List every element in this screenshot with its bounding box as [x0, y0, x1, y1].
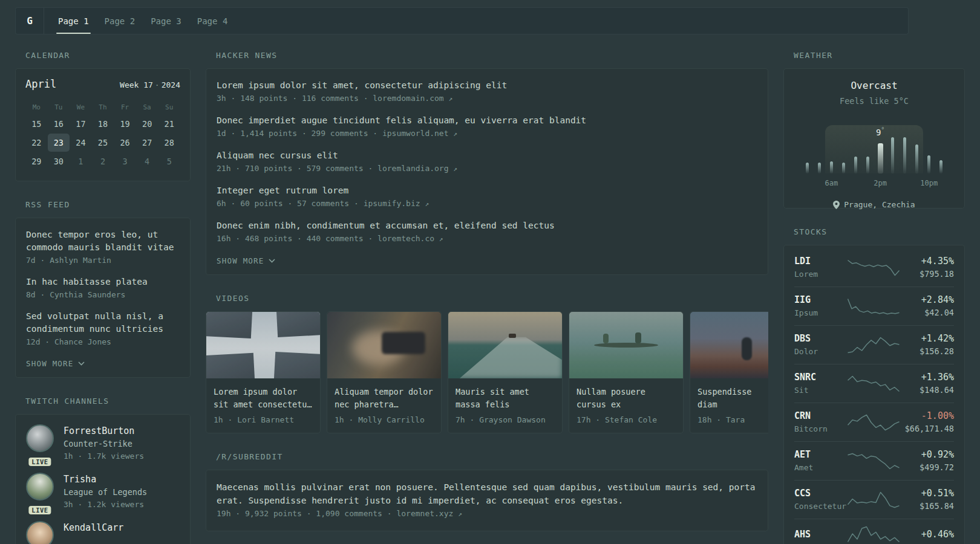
- weather-bar-slot: [838, 163, 850, 173]
- calendar-day: 15: [25, 115, 48, 133]
- calendar-day: 26: [114, 134, 136, 152]
- external-link-icon: ↗: [449, 95, 453, 103]
- calendar-day-next-month: 1: [70, 152, 92, 170]
- calendar-day: 17: [70, 115, 92, 133]
- video-card[interactable]: Suspendissediam 18h · Tara: [690, 311, 768, 433]
- twitch-channel[interactable]: KendallCarr: [26, 521, 180, 544]
- stock-price: $66,171.48: [901, 423, 954, 435]
- stock-row[interactable]: LDILorem +4.35%$795.18: [794, 248, 954, 287]
- weather-tick-label: 2pm: [874, 179, 887, 187]
- weather-bar-slot: [801, 163, 813, 173]
- rss-item-title[interactable]: In hac habitasse platea: [26, 276, 180, 288]
- tab-page-1[interactable]: Page 1: [50, 8, 97, 34]
- stock-change: +0.92%: [901, 448, 954, 461]
- video-thumbnail: [327, 312, 441, 378]
- stock-row[interactable]: CRNBitcorn -1.00%$66,171.48: [794, 403, 954, 441]
- hn-item: Integer eget rutrum lorem 6h · 60 points…: [217, 184, 757, 210]
- hn-item-domain[interactable]: loremdomain.com: [373, 94, 443, 103]
- hn-item-title[interactable]: Integer eget rutrum lorem: [217, 184, 757, 197]
- video-title[interactable]: Suspendissediam: [697, 386, 768, 411]
- stocks-widget: STOCKS LDILorem +4.35%$795.18 IIGIpsum +…: [783, 227, 965, 544]
- weekday-label: We: [70, 101, 92, 114]
- rss-item-title[interactable]: Donec tempor eros leo, ut commodo mauris…: [26, 228, 180, 254]
- stock-sparkline: [846, 375, 901, 393]
- hn-item-domain[interactable]: ipsumify.biz: [364, 199, 420, 208]
- rss-item-title[interactable]: Sed volutpat nulla nisl, a condimentum n…: [26, 310, 180, 335]
- channel-name[interactable]: Trisha: [64, 473, 147, 486]
- middle-column: HACKER NEWS Lorem ipsum dolor sit amet, …: [206, 51, 768, 544]
- video-card[interactable]: Nullam posuerecursus ex 17h · Stefan Col…: [569, 311, 684, 433]
- channel-name[interactable]: KendallCarr: [64, 521, 123, 534]
- weekday-label: Su: [158, 101, 180, 114]
- calendar-day-next-month: 3: [114, 152, 136, 170]
- weather-tick-label: 6am: [825, 179, 838, 187]
- tab-page-3[interactable]: Page 3: [143, 8, 189, 34]
- hn-show-more-button[interactable]: SHOW MORE: [217, 256, 275, 265]
- stock-ticker: LDI: [794, 254, 846, 268]
- twitch-widget: TWITCH CHANNELS LIVE ForrestBurton Count…: [15, 397, 191, 544]
- weather-bar-slot: [862, 157, 874, 173]
- hn-item-title[interactable]: Donec imperdiet augue tincidunt felis al…: [217, 114, 757, 127]
- stock-row[interactable]: AETAmet +0.92%$499.72: [794, 441, 954, 480]
- channel-avatar: [26, 473, 54, 500]
- video-title[interactable]: Aliquam tempor dolornec pharetra…: [335, 386, 434, 411]
- tab-page-4[interactable]: Page 4: [189, 8, 236, 34]
- stock-row[interactable]: IIGIpsum +2.84%$42.04: [794, 287, 954, 325]
- calendar-day: 28: [158, 134, 180, 152]
- video-card[interactable]: Mauris sit ametmassa felis 7h · Grayson …: [448, 311, 563, 433]
- subreddit-post: Maecenas mollis pulvinar erat non posuer…: [217, 481, 757, 520]
- video-meta: 17h · Stefan Cole: [577, 415, 676, 426]
- channel-name[interactable]: ForrestBurton: [64, 424, 144, 438]
- weekday-label: Mo: [25, 101, 48, 114]
- channel-viewers: 1h · 1.7k viewers: [64, 450, 144, 462]
- stock-name: Bitcorn: [794, 423, 846, 435]
- tab-page-2[interactable]: Page 2: [97, 8, 143, 34]
- video-meta: 1h · Lori Barnett: [214, 415, 313, 426]
- stock-row[interactable]: AHS +0.46%: [794, 519, 954, 544]
- stock-change: +4.35%: [901, 254, 954, 268]
- hackernews-title: HACKER NEWS: [216, 51, 768, 60]
- calendar-day: 19: [114, 115, 136, 133]
- channel-viewers: 3h · 1.2k viewers: [64, 499, 147, 511]
- hn-item-domain[interactable]: loremlandia.org: [377, 164, 448, 173]
- hn-item-title[interactable]: Lorem ipsum dolor sit amet, consectetur …: [217, 79, 757, 92]
- stock-change: +2.84%: [901, 293, 954, 306]
- video-title[interactable]: Nullam posuerecursus ex: [577, 386, 676, 411]
- hn-item-domain[interactable]: ipsumworld.net: [382, 129, 449, 138]
- stock-row[interactable]: SNRCSit +1.36%$148.64: [794, 364, 954, 403]
- hn-item-meta: 21h · 710 points · 579 comments · loreml…: [217, 162, 757, 175]
- stock-ticker: SNRC: [794, 371, 846, 384]
- app-logo[interactable]: G: [16, 8, 44, 34]
- channel-game: League of Legends: [64, 486, 147, 499]
- hn-item: Aliquam nec cursus elit 21h · 710 points…: [217, 149, 757, 175]
- stock-row[interactable]: DBSDolor +1.42%$156.28: [794, 325, 954, 364]
- twitch-channel[interactable]: LIVE Trisha League of Legends 3h · 1.2k …: [26, 473, 180, 511]
- video-card[interactable]: Aliquam tempor dolornec pharetra… 1h · M…: [327, 311, 442, 433]
- stock-row[interactable]: CCSConsectetur +0.51%$165.84: [794, 480, 954, 519]
- calendar-day: 27: [136, 134, 158, 152]
- calendar-grid: Mo Tu We Th Fr Sa Su 15 16 17 18 19 20 2…: [25, 101, 180, 170]
- video-card[interactable]: Lorem ipsum dolorsit amet consectetu… 1h…: [206, 311, 321, 433]
- weather-title: WEATHER: [794, 51, 965, 60]
- hn-item-domain[interactable]: loremtech.co: [377, 234, 434, 243]
- subreddit-post-domain[interactable]: loremnet.xyz: [396, 509, 453, 518]
- calendar-day: 18: [92, 115, 114, 133]
- stock-ticker: AHS: [794, 528, 846, 541]
- video-title[interactable]: Mauris sit ametmassa felis: [456, 386, 555, 411]
- subreddit-post-title[interactable]: Maecenas mollis pulvinar erat non posuer…: [217, 481, 757, 507]
- rss-item: In hac habitasse platea 8d · Cynthia Sau…: [26, 276, 180, 301]
- hn-item-title[interactable]: Aliquam nec cursus elit: [217, 149, 757, 162]
- stock-change: +1.42%: [901, 332, 954, 345]
- twitch-channel[interactable]: LIVE ForrestBurton Counter-Strike 1h · 1…: [26, 424, 180, 462]
- stock-price: $165.84: [901, 500, 954, 513]
- stock-price: $795.18: [901, 268, 954, 280]
- weather-hourly-chart: 6am2pm10pm 9°: [801, 118, 947, 173]
- external-link-icon: ↗: [439, 235, 443, 243]
- hn-item-title[interactable]: Donec enim nibh, condimentum et accumsan…: [217, 219, 757, 232]
- live-badge: LIVE: [28, 458, 51, 466]
- twitch-title: TWITCH CHANNELS: [25, 397, 191, 406]
- video-title[interactable]: Lorem ipsum dolorsit amet consectetu…: [214, 386, 313, 411]
- stock-sparkline: [846, 452, 901, 470]
- stock-name: Ipsum: [794, 306, 846, 319]
- rss-show-more-button[interactable]: SHOW MORE: [26, 359, 85, 368]
